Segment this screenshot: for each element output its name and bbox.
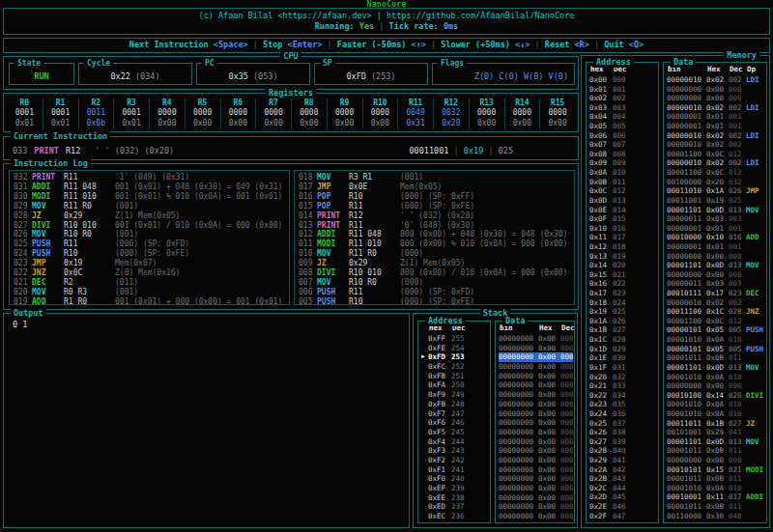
memory-value-dec: 001 — [729, 242, 746, 252]
register-value-dec: 0000 — [363, 108, 398, 118]
stack-address-row: 0xF6246 — [428, 418, 489, 428]
control-stop[interactable]: Stop <Enter> — [263, 40, 322, 49]
instruction-log-right-column[interactable]: 018MOVR3 R1(001)017JMP0x0EMem(0x05)016PO… — [294, 170, 575, 305]
running-value: Yes — [359, 21, 374, 31]
log-entry-number: 013 — [299, 221, 317, 231]
current-bin: 00011001 — [409, 146, 448, 155]
memory-addr-dec: 010 — [613, 168, 626, 178]
instruction-log-left-column[interactable]: 032PRINTR11'1' (049) (0x31)031ADDIR11 04… — [9, 170, 290, 305]
stack-addr-hex: 0xF2 — [428, 456, 451, 465]
memory-value-dec: 013 — [729, 363, 746, 373]
stack-addr-hex: 0xFF — [428, 334, 451, 344]
control-faster-50ms-[interactable]: Faster (-50ms) <↑> — [337, 40, 426, 49]
memory-value-dec: 010 — [729, 335, 746, 345]
register-value-dec: 0001 — [43, 108, 78, 118]
stack-address-list[interactable]: 0xFF2550xFE254▶0xFD2530xFC2520xFB2510xFA… — [421, 334, 489, 521]
log-entry-args: R11 010 — [349, 239, 400, 249]
stack-address-row: 0xEC236 — [428, 512, 489, 521]
memory-value-bin: 00000010 — [667, 75, 706, 85]
memory-addr-dec: 019 — [613, 252, 626, 262]
stack-addr-hex: 0xF4 — [428, 437, 451, 447]
memory-value-bin: 00010111 — [667, 289, 706, 298]
memory-addr-hex: 0x03 — [589, 103, 613, 113]
memory-addr-hex: 0x2F — [589, 512, 613, 521]
memory-value-dec: 000 — [729, 270, 746, 280]
memory-data-row: 000000100x02002 — [667, 140, 765, 150]
memory-data-row: 000011010x0D013MOV — [667, 363, 765, 373]
memory-data-row: 000000100x02002LDI — [667, 75, 765, 85]
memory-value-hex: 0x0B — [706, 474, 729, 484]
memory-value-bin: 00001101 — [667, 363, 706, 373]
log-entry-number: 012 — [299, 230, 317, 239]
log-entry-args: R11 R0 — [64, 202, 115, 211]
register-value-dec: 0000 — [292, 108, 327, 118]
log-entry-number: 016 — [299, 192, 317, 202]
memory-addr-dec: 033 — [613, 381, 626, 391]
memory-data-row: 000011000x0C012 — [667, 150, 765, 159]
memory-value-hex: 0x00 — [706, 456, 729, 465]
memory-address-list[interactable]: 0x000000x010010x020020x030030x040040x050… — [589, 75, 657, 521]
memory-addr-hex: 0x05 — [589, 122, 613, 131]
control-slower-50ms-[interactable]: Slower (+50ms) <↓> — [441, 40, 530, 49]
stack-header-dec: Dec — [561, 323, 575, 332]
log-entry-detail: 001 (0x01) + 048 (0x30) = 049 (0x31) — [115, 182, 285, 192]
registers-title: Registers — [266, 88, 316, 98]
memory-value-bin: 00001101 — [667, 206, 706, 215]
controls-separator: | — [530, 40, 544, 49]
memory-data-row: 001010010x29041 — [667, 428, 765, 437]
stack-header-hex: Hex — [539, 323, 561, 332]
stack-address-row: 0xFB251 — [428, 372, 489, 381]
memory-addr-hex: 0x0A — [589, 168, 613, 178]
log-entry-args: R11 010 — [64, 192, 115, 202]
control-next-instruction[interactable]: Next Instruction <Space> — [129, 40, 248, 49]
memory-addr-hex: 0x16 — [589, 279, 613, 289]
memory-addr-hex: 0x19 — [589, 307, 613, 317]
memory-value-bin: 00011010 — [667, 186, 706, 196]
cpu-sp-box: SP 0xFD (253) — [314, 63, 428, 85]
log-entry-op: JMP — [317, 182, 349, 192]
stack-value-bin: 00000000 — [499, 380, 538, 390]
memory-value-hex: 0x0C — [706, 150, 729, 159]
cpu-flags-box: Flags Z(0) C(0) W(0) V(0) — [432, 63, 575, 85]
log-entry-op: PRINT — [32, 173, 64, 182]
stack-value-bin: 00000000 — [499, 446, 538, 456]
control-reset[interactable]: Reset <R> — [545, 40, 589, 49]
memory-value-bin: 00001100 — [667, 317, 706, 326]
stack-addr-hex: 0xF1 — [428, 465, 451, 475]
log-entry-args: R11 — [349, 202, 400, 211]
memory-value-dec: 000 — [729, 85, 746, 95]
stack-data-row: 000000000x00000 — [499, 380, 573, 390]
memory-addr-dec: 038 — [613, 428, 626, 437]
header-panel: (c) Afaan Bilal <https://afaan.dev> | ht… — [3, 8, 770, 35]
memory-addr-dec: 022 — [613, 279, 626, 289]
log-entry-args: R11 — [349, 221, 400, 231]
controls-panel: Next Instruction <Space> | Stop <Enter> … — [3, 38, 770, 53]
memory-value-hex: 0x01 — [706, 224, 729, 234]
stack-address-row: 0xF1241 — [428, 465, 489, 475]
stack-addr-dec: 246 — [451, 418, 465, 428]
stack-value-hex: 0x00 — [538, 484, 560, 493]
memory-value-dec: 048 — [729, 512, 746, 521]
stack-data-list[interactable]: 000000000x00000000000000x00000000000000x… — [499, 334, 573, 521]
log-entry-detail: Z(1) Mem(0x05) — [400, 259, 570, 268]
register-value-hex: 0x00 — [540, 119, 575, 128]
instruction-log-title: Instruction Log — [11, 158, 91, 169]
log-entry-args: R12 — [349, 211, 400, 221]
memory-data-list[interactable]: 000000100x02002LDI000000000x000000000000… — [667, 75, 765, 521]
memory-value-bin: 00000010 — [667, 298, 706, 308]
log-entry-number: 022 — [14, 268, 32, 278]
stack-address-row: 0xFC252 — [428, 362, 489, 372]
stack-value-dec: 000 — [560, 474, 573, 484]
register-name: R8 — [292, 98, 327, 108]
stack-value-hex: 0x00 — [538, 446, 560, 456]
control-quit[interactable]: Quit <Q> — [604, 40, 644, 49]
log-entry-op: JZ — [317, 259, 349, 268]
stack-value-dec: 000 — [560, 493, 573, 503]
log-entry-detail: Mem(0x05) — [400, 182, 570, 192]
memory-panel: Memory Address HexDec 0x000000x010010x02… — [581, 55, 770, 528]
memory-value-hex: 0x30 — [706, 512, 729, 521]
log-entry-args: R0 R3 — [64, 288, 115, 297]
stack-data-row: 000000000x00000 — [499, 465, 573, 475]
memory-value-bin: 00011100 — [667, 307, 706, 317]
stack-value-hex: 0x00 — [538, 372, 560, 381]
